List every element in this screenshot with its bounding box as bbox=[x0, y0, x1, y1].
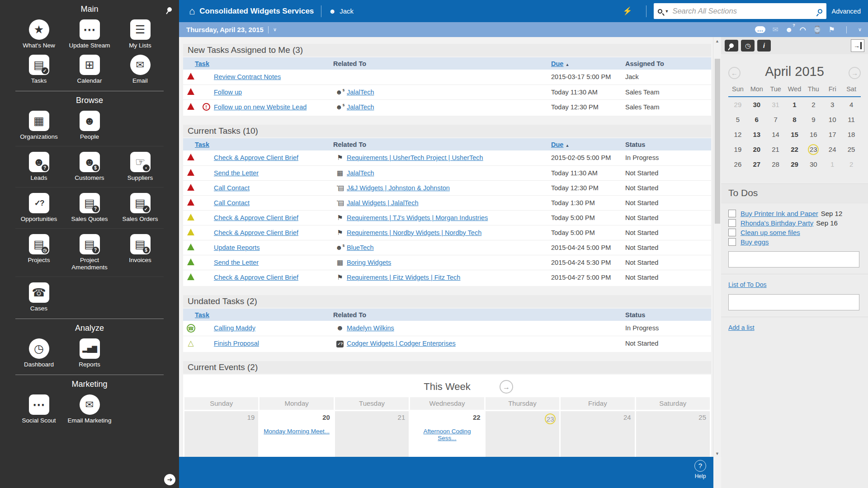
sidebar-item-dashboard[interactable]: Dashboard bbox=[14, 338, 64, 368]
calendar-day[interactable]: 31 bbox=[766, 97, 785, 112]
stopwatch-icon[interactable]: ◷ bbox=[741, 40, 755, 52]
calendar-day[interactable]: 14 bbox=[766, 127, 785, 142]
column-header-status[interactable]: Status bbox=[625, 309, 692, 321]
chevron-down-icon[interactable]: ∨ bbox=[273, 27, 277, 33]
related-link[interactable]: Madelyn Wilkins bbox=[347, 324, 394, 332]
person-help-icon[interactable]: ☻ bbox=[785, 26, 793, 33]
pin-icon[interactable] bbox=[725, 40, 738, 52]
related-link[interactable]: JalalTech bbox=[347, 169, 374, 177]
sidebar-item-opportunities[interactable]: Opportunities bbox=[14, 193, 64, 223]
calendar-day[interactable]: 18 bbox=[842, 127, 861, 142]
user-name[interactable]: Jack bbox=[340, 7, 354, 15]
todo-link[interactable]: Clean up some files bbox=[741, 229, 800, 236]
help-button[interactable]: ? Help bbox=[694, 460, 706, 479]
column-header-assigned[interactable]: Assigned To bbox=[625, 57, 692, 70]
sidebar-item-leads[interactable]: Leads bbox=[14, 152, 64, 182]
sidebar-item-email-marketing[interactable]: Email Marketing bbox=[64, 394, 115, 424]
calendar-day[interactable]: 27 bbox=[747, 157, 766, 172]
task-link[interactable]: Update Reports bbox=[214, 244, 260, 251]
related-link[interactable]: JalalTech bbox=[347, 103, 374, 111]
calendar-day[interactable]: 24 bbox=[823, 142, 842, 157]
related-link[interactable]: BlueTech bbox=[347, 244, 374, 251]
calendar-day-today[interactable]: 23 bbox=[804, 142, 823, 157]
scroll-up-icon[interactable]: ▲ bbox=[713, 37, 721, 43]
related-link[interactable]: Jalal Widgets | JalalTech bbox=[347, 199, 419, 206]
pin-icon[interactable] bbox=[167, 5, 172, 14]
event-link[interactable]: Afternoon Coding Sess... bbox=[414, 428, 480, 441]
task-link[interactable]: Call Contact bbox=[214, 199, 250, 206]
day-cell[interactable]: 19 bbox=[184, 411, 258, 457]
calendar-day[interactable]: 1 bbox=[823, 157, 842, 172]
calendar-day[interactable]: 29 bbox=[785, 157, 804, 172]
next-week-button[interactable]: → bbox=[500, 380, 513, 394]
related-link[interactable]: Requirements | UsherTech Project | Usher… bbox=[347, 154, 483, 161]
calendar-day[interactable]: 30 bbox=[747, 97, 766, 112]
sidebar-item-suppliers[interactable]: Suppliers bbox=[115, 152, 165, 182]
mail-icon[interactable]: ✉ bbox=[772, 26, 778, 33]
collapse-sidebar-button[interactable]: ➔ bbox=[164, 474, 175, 485]
related-link[interactable]: Boring Widgets bbox=[347, 259, 391, 266]
task-link[interactable]: Follow up on new Website Lead bbox=[214, 103, 307, 111]
calendar-day[interactable]: 6 bbox=[747, 112, 766, 127]
column-header-related[interactable]: Related To bbox=[333, 57, 551, 70]
calendar-day[interactable]: 9 bbox=[804, 112, 823, 127]
new-todo-input[interactable] bbox=[728, 251, 859, 267]
chevron-down-icon[interactable]: ∨ bbox=[858, 27, 862, 33]
column-header-related[interactable]: Related To bbox=[333, 309, 551, 321]
sidebar-item-customers[interactable]: Customers bbox=[64, 152, 115, 182]
sidebar-item-social-scout[interactable]: Social Scout bbox=[14, 394, 64, 424]
prev-month-button[interactable]: ← bbox=[728, 67, 741, 79]
task-link[interactable]: Check & Approve Client Brief bbox=[214, 154, 298, 161]
sort-by-due[interactable]: Due bbox=[551, 141, 563, 148]
collapse-panel-icon[interactable]: → bbox=[851, 39, 864, 52]
calendar-day[interactable]: 16 bbox=[804, 127, 823, 142]
chevron-down-icon[interactable]: ▼ bbox=[665, 9, 669, 14]
flag-icon[interactable]: ⚑ bbox=[829, 26, 835, 33]
search-icon[interactable] bbox=[816, 8, 823, 14]
calendar-day[interactable]: 4 bbox=[842, 97, 861, 112]
calendar-day[interactable]: 29 bbox=[728, 97, 747, 112]
task-link[interactable]: Send the Letter bbox=[214, 259, 259, 266]
event-link[interactable]: Monday Morning Meet... bbox=[263, 428, 330, 435]
calendar-day[interactable]: 12 bbox=[728, 127, 747, 142]
sidebar-item-project-amendments[interactable]: Project Amendments bbox=[64, 234, 115, 271]
sidebar-item-invoices[interactable]: Invoices bbox=[115, 234, 165, 271]
calendar-day[interactable]: 15 bbox=[785, 127, 804, 142]
list-of-todos-link[interactable]: List of To Dos bbox=[728, 281, 767, 288]
calendar-day[interactable]: 21 bbox=[766, 142, 785, 157]
sidebar-item-reports[interactable]: Reports bbox=[64, 338, 115, 368]
calendar-day[interactable]: 7 bbox=[766, 112, 785, 127]
day-cell[interactable]: 22 Afternoon Coding Sess... bbox=[410, 411, 484, 457]
day-cell[interactable]: 20 Monday Morning Meet... bbox=[259, 411, 333, 457]
todo-checkbox[interactable] bbox=[728, 238, 736, 246]
todo-checkbox[interactable] bbox=[728, 219, 736, 227]
related-link[interactable]: Codger Widgets | Codger Enterprises bbox=[347, 340, 456, 347]
calendar-day[interactable]: 1 bbox=[785, 97, 804, 112]
todo-checkbox[interactable] bbox=[728, 210, 736, 217]
calendar-day[interactable]: 13 bbox=[747, 127, 766, 142]
search-scope-icon[interactable] bbox=[656, 8, 663, 14]
sidebar-item-projects[interactable]: Projects bbox=[14, 234, 64, 271]
task-link[interactable]: Check & Approve Client Brief bbox=[214, 229, 298, 236]
calendar-day[interactable]: 19 bbox=[728, 142, 747, 157]
lightning-icon[interactable]: ⚡ bbox=[623, 6, 632, 16]
task-link[interactable]: Review Contract Notes bbox=[214, 73, 281, 80]
calendar-day[interactable]: 22 bbox=[785, 142, 804, 157]
next-month-button[interactable]: → bbox=[849, 67, 861, 79]
sidebar-item-sales-orders[interactable]: Sales Orders bbox=[115, 193, 165, 223]
sidebar-item-organizations[interactable]: Organizations bbox=[14, 111, 64, 141]
calendar-day[interactable]: 25 bbox=[842, 142, 861, 157]
sort-by-task[interactable]: Task bbox=[195, 60, 209, 67]
task-link[interactable]: Finish Proposal bbox=[214, 340, 259, 347]
day-cell[interactable]: 25 bbox=[636, 411, 710, 457]
sidebar-item-calendar[interactable]: Calendar bbox=[64, 55, 115, 84]
todo-link[interactable]: Buy Printer Ink and Paper bbox=[741, 210, 818, 217]
search-input[interactable] bbox=[672, 7, 817, 15]
related-link[interactable]: J&J Widgets | Johnston & Johnston bbox=[347, 184, 450, 192]
sidebar-item-sales-quotes[interactable]: Sales Quotes bbox=[64, 193, 115, 223]
calendar-day[interactable]: 5 bbox=[728, 112, 747, 127]
add-list-link[interactable]: Add a list bbox=[728, 324, 755, 331]
scrollbar[interactable]: ▲ ▼ bbox=[713, 37, 721, 457]
sidebar-item-people[interactable]: People bbox=[64, 111, 115, 141]
calendar-day[interactable]: 28 bbox=[766, 157, 785, 172]
